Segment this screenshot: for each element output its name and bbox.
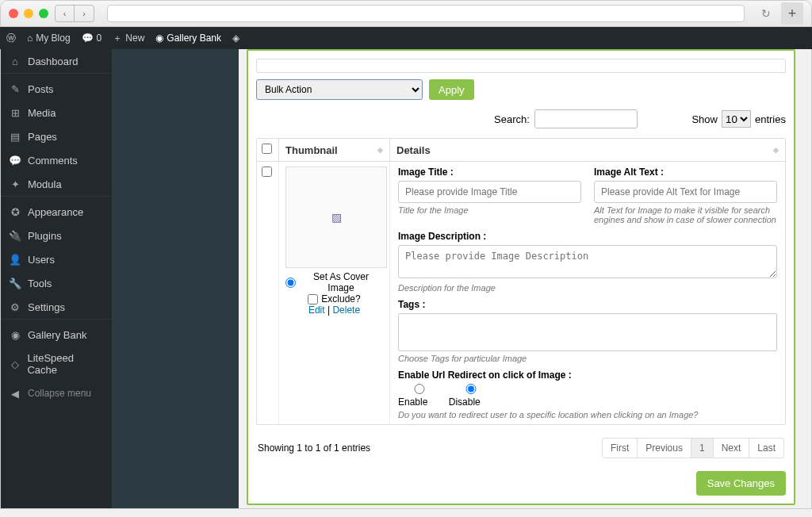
forward-button[interactable]: ›: [75, 6, 94, 21]
image-title-label: Image Title :: [398, 167, 581, 178]
comments-count: 0: [97, 33, 102, 44]
new-tab-button[interactable]: +: [781, 2, 803, 25]
gallery-bank-link[interactable]: ◉ Gallery Bank: [155, 33, 221, 44]
sidebar-item-label: Settings: [28, 301, 65, 313]
apply-button[interactable]: Apply: [429, 79, 474, 100]
image-desc-hint: Description for the Image: [398, 283, 777, 293]
litespeed-icon: ◇: [9, 358, 21, 370]
new-link[interactable]: ＋ New: [113, 32, 144, 45]
reload-icon[interactable]: ↻: [757, 5, 775, 22]
posts-icon: ✎: [9, 82, 21, 95]
maximize-window-icon[interactable]: [39, 9, 48, 18]
exclude-label: Exclude?: [321, 293, 360, 304]
sidebar-item-label: LiteSpeed Cache: [27, 352, 104, 376]
gallery-bank-label: Gallery Bank: [167, 33, 221, 44]
sidebar-item-posts[interactable]: ✎Posts: [1, 77, 112, 101]
collapse-icon: ◀: [9, 387, 21, 400]
entries-select[interactable]: 10: [722, 110, 751, 128]
site-link[interactable]: ⌂ My Blog: [27, 33, 71, 44]
back-button[interactable]: ‹: [56, 6, 75, 21]
tools-icon: 🔧: [9, 277, 21, 289]
sidebar-item-litespeed[interactable]: ◇LiteSpeed Cache: [1, 347, 112, 381]
table-row: ▨ Set As Cover Image Exclude? Edit | Del…: [257, 162, 785, 424]
entries-info: Showing 1 to 1 of 1 entries: [258, 442, 370, 454]
sidebar-item-label: Comments: [28, 155, 78, 167]
page-prev[interactable]: Previous: [638, 438, 691, 458]
sidebar-item-settings[interactable]: ⚙Settings: [1, 295, 112, 320]
sidebar-item-tools[interactable]: 🔧Tools: [1, 271, 112, 295]
admin-sidebar: ⌂Dashboard ✎Posts ⊞Media ▤Pages 💬Comment…: [1, 49, 112, 508]
edit-link[interactable]: Edit: [308, 304, 325, 316]
sidebar-item-appearance[interactable]: ✪Appearance: [1, 200, 112, 224]
sidebar-item-label: Dashboard: [28, 56, 79, 67]
tags-input[interactable]: [398, 313, 777, 351]
gallery-panel: Bulk Action Apply Search: Show 10 entrie…: [247, 49, 795, 505]
sidebar-item-pages[interactable]: ▤Pages: [1, 124, 112, 148]
enable-label: Enable: [398, 396, 427, 408]
disable-redirect-radio[interactable]: Disable: [449, 384, 493, 408]
sidebar-item-label: Media: [28, 107, 56, 119]
page-last[interactable]: Last: [749, 438, 783, 458]
image-title-input[interactable]: [398, 181, 581, 203]
wp-admin-bar: ⓦ ⌂ My Blog 💬 0 ＋ New ◉ Gallery Bank ◈: [0, 27, 812, 49]
broken-image-icon: ▨: [331, 211, 342, 224]
wp-logo-icon[interactable]: ⓦ: [6, 32, 16, 45]
image-desc-textarea[interactable]: [398, 245, 777, 278]
sidebar-item-media[interactable]: ⊞Media: [1, 101, 112, 124]
image-title-hint: Title for the Image: [398, 205, 581, 215]
col-details-header[interactable]: Details: [396, 144, 431, 156]
collapse-menu[interactable]: ◀Collapse menu: [1, 381, 112, 405]
gallery-bank-icon: ◉: [9, 328, 21, 341]
diamond-icon[interactable]: ◈: [232, 33, 239, 44]
images-table: Thumbnail◆ Details◆ ▨ Set As Cover Image…: [256, 138, 786, 425]
delete-link[interactable]: Delete: [332, 304, 360, 316]
plugins-icon: 🔌: [9, 229, 21, 242]
row-checkbox[interactable]: [262, 167, 272, 177]
enable-redirect-radio[interactable]: Enable: [398, 384, 441, 408]
sort-icon[interactable]: ◆: [773, 146, 779, 154]
image-alt-label: Image Alt Text :: [594, 167, 777, 178]
set-cover-radio[interactable]: Set As Cover Image: [285, 271, 383, 293]
sidebar-item-users[interactable]: 👤Users: [1, 247, 112, 271]
sidebar-item-label: Appearance: [28, 206, 83, 218]
sidebar-item-modula[interactable]: ✦Modula: [1, 172, 112, 197]
tags-hint: Choose Tags for particular Image: [398, 354, 777, 363]
comments-link[interactable]: 💬 0: [82, 33, 102, 44]
tags-label: Tags :: [398, 299, 777, 310]
url-bar[interactable]: [107, 5, 745, 22]
close-window-icon[interactable]: [9, 9, 18, 18]
exclude-checkbox[interactable]: Exclude?: [285, 293, 383, 304]
minimize-window-icon[interactable]: [24, 9, 33, 18]
sidebar-item-label: Posts: [28, 83, 54, 95]
search-input[interactable]: [534, 109, 638, 128]
entries-label: entries: [755, 113, 786, 125]
table-header: Thumbnail◆ Details◆: [257, 139, 785, 162]
site-name: My Blog: [36, 33, 70, 44]
thumbnail-preview: ▨: [285, 167, 387, 268]
sidebar-item-label: Users: [28, 254, 55, 266]
sidebar-item-label: Gallery Bank: [28, 329, 86, 341]
bulk-action-select[interactable]: Bulk Action: [256, 79, 423, 100]
page-first[interactable]: First: [603, 438, 638, 458]
sort-icon[interactable]: ◆: [377, 146, 383, 154]
redirect-label: Enable Url Redirect on click of Image :: [398, 370, 777, 381]
sidebar-item-plugins[interactable]: 🔌Plugins: [1, 224, 112, 247]
sidebar-item-gallery-bank[interactable]: ◉Gallery Bank: [1, 323, 112, 347]
disable-label: Disable: [449, 396, 481, 408]
col-thumbnail-header[interactable]: Thumbnail: [285, 144, 338, 156]
sidebar-item-comments[interactable]: 💬Comments: [1, 148, 112, 172]
new-label: New: [125, 33, 144, 44]
page-1[interactable]: 1: [691, 438, 714, 458]
image-alt-input[interactable]: [594, 181, 777, 203]
sidebar-submenu: [112, 49, 239, 508]
comments-icon: 💬: [9, 154, 21, 167]
media-icon: ⊞: [9, 106, 21, 119]
collapse-label: Collapse menu: [28, 388, 91, 399]
sidebar-item-dashboard[interactable]: ⌂Dashboard: [1, 49, 112, 74]
table-controls: Search: Show 10 entries: [256, 106, 786, 132]
image-alt-hint: Alt Text for Image to make it visible fo…: [594, 205, 777, 224]
pagination: First Previous 1 Next Last: [602, 438, 784, 458]
page-next[interactable]: Next: [714, 438, 750, 458]
save-changes-button[interactable]: Save Changes: [696, 471, 786, 496]
select-all-checkbox[interactable]: [262, 144, 272, 154]
